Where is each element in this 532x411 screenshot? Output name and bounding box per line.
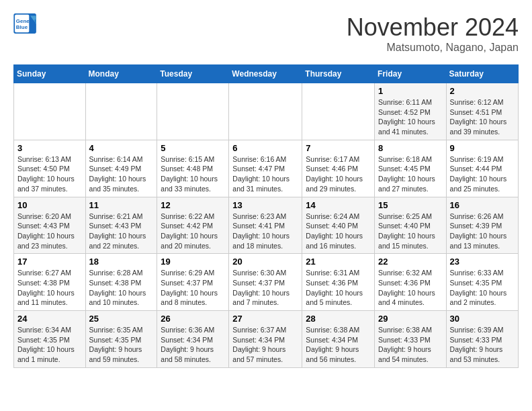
day-info: Sunrise: 6:17 AM Sunset: 4:46 PM Dayligh… xyxy=(306,154,371,194)
calendar-cell: 14Sunrise: 6:24 AM Sunset: 4:40 PM Dayli… xyxy=(302,197,375,254)
calendar-cell: 8Sunrise: 6:18 AM Sunset: 4:45 PM Daylig… xyxy=(375,140,447,197)
day-number: 6 xyxy=(232,143,298,153)
day-info: Sunrise: 6:36 AM Sunset: 4:34 PM Dayligh… xyxy=(161,325,225,365)
day-info: Sunrise: 6:23 AM Sunset: 4:41 PM Dayligh… xyxy=(232,212,298,251)
day-info: Sunrise: 6:39 AM Sunset: 4:33 PM Dayligh… xyxy=(450,325,515,365)
day-number: 12 xyxy=(161,200,225,210)
day-number: 8 xyxy=(378,143,443,153)
day-info: Sunrise: 6:38 AM Sunset: 4:34 PM Dayligh… xyxy=(306,325,371,365)
calendar-cell: 3Sunrise: 6:13 AM Sunset: 4:50 PM Daylig… xyxy=(14,140,86,197)
weekday-header-tuesday: Tuesday xyxy=(157,65,229,83)
week-row-2: 3Sunrise: 6:13 AM Sunset: 4:50 PM Daylig… xyxy=(14,140,519,197)
day-number: 9 xyxy=(450,143,515,153)
calendar-cell: 7Sunrise: 6:17 AM Sunset: 4:46 PM Daylig… xyxy=(302,140,375,197)
week-row-3: 10Sunrise: 6:20 AM Sunset: 4:43 PM Dayli… xyxy=(14,197,519,254)
day-info: Sunrise: 6:13 AM Sunset: 4:50 PM Dayligh… xyxy=(17,154,82,194)
day-info: Sunrise: 6:38 AM Sunset: 4:33 PM Dayligh… xyxy=(378,325,443,365)
day-number: 26 xyxy=(161,314,225,324)
calendar-cell: 17Sunrise: 6:27 AM Sunset: 4:38 PM Dayli… xyxy=(14,254,86,311)
day-info: Sunrise: 6:14 AM Sunset: 4:49 PM Dayligh… xyxy=(89,154,154,194)
day-info: Sunrise: 6:33 AM Sunset: 4:35 PM Dayligh… xyxy=(450,268,515,308)
day-number: 13 xyxy=(232,200,298,210)
header: General Blue November 2024 Matsumoto, Na… xyxy=(13,13,519,54)
calendar-cell: 16Sunrise: 6:26 AM Sunset: 4:39 PM Dayli… xyxy=(446,197,518,254)
day-info: Sunrise: 6:35 AM Sunset: 4:35 PM Dayligh… xyxy=(89,325,154,365)
calendar-cell xyxy=(85,83,157,140)
day-info: Sunrise: 6:30 AM Sunset: 4:37 PM Dayligh… xyxy=(232,268,298,308)
calendar-cell: 19Sunrise: 6:29 AM Sunset: 4:37 PM Dayli… xyxy=(157,254,229,311)
calendar-cell: 22Sunrise: 6:32 AM Sunset: 4:36 PM Dayli… xyxy=(375,254,447,311)
calendar-cell: 21Sunrise: 6:31 AM Sunset: 4:36 PM Dayli… xyxy=(302,254,375,311)
calendar-cell: 20Sunrise: 6:30 AM Sunset: 4:37 PM Dayli… xyxy=(229,254,302,311)
day-info: Sunrise: 6:15 AM Sunset: 4:48 PM Dayligh… xyxy=(161,154,225,194)
calendar-cell: 25Sunrise: 6:35 AM Sunset: 4:35 PM Dayli… xyxy=(85,311,157,368)
day-number: 20 xyxy=(232,257,298,267)
day-info: Sunrise: 6:12 AM Sunset: 4:51 PM Dayligh… xyxy=(450,97,515,137)
calendar-cell xyxy=(14,83,86,140)
day-number: 25 xyxy=(89,314,154,324)
day-number: 5 xyxy=(161,143,225,153)
svg-text:Blue: Blue xyxy=(16,24,28,30)
calendar-cell: 29Sunrise: 6:38 AM Sunset: 4:33 PM Dayli… xyxy=(375,311,447,368)
day-info: Sunrise: 6:31 AM Sunset: 4:36 PM Dayligh… xyxy=(306,268,371,308)
calendar-cell: 24Sunrise: 6:34 AM Sunset: 4:35 PM Dayli… xyxy=(14,311,86,368)
day-info: Sunrise: 6:21 AM Sunset: 4:43 PM Dayligh… xyxy=(89,212,154,251)
day-info: Sunrise: 6:25 AM Sunset: 4:40 PM Dayligh… xyxy=(378,212,443,251)
day-number: 24 xyxy=(17,314,82,324)
day-info: Sunrise: 6:24 AM Sunset: 4:40 PM Dayligh… xyxy=(306,212,371,251)
day-number: 19 xyxy=(161,257,225,267)
day-info: Sunrise: 6:19 AM Sunset: 4:44 PM Dayligh… xyxy=(450,154,515,194)
day-number: 21 xyxy=(306,257,371,267)
calendar-cell: 23Sunrise: 6:33 AM Sunset: 4:35 PM Dayli… xyxy=(446,254,518,311)
weekday-header-monday: Monday xyxy=(85,65,157,83)
day-number: 17 xyxy=(17,257,82,267)
weekday-header-row: SundayMondayTuesdayWednesdayThursdayFrid… xyxy=(14,65,519,83)
day-info: Sunrise: 6:27 AM Sunset: 4:38 PM Dayligh… xyxy=(17,268,82,308)
calendar-cell: 30Sunrise: 6:39 AM Sunset: 4:33 PM Dayli… xyxy=(446,311,518,368)
week-row-5: 24Sunrise: 6:34 AM Sunset: 4:35 PM Dayli… xyxy=(14,311,519,368)
day-number: 27 xyxy=(232,314,298,324)
day-number: 23 xyxy=(450,257,515,267)
calendar-cell: 28Sunrise: 6:38 AM Sunset: 4:34 PM Dayli… xyxy=(302,311,375,368)
week-row-4: 17Sunrise: 6:27 AM Sunset: 4:38 PM Dayli… xyxy=(14,254,519,311)
calendar-cell xyxy=(157,83,229,140)
calendar-cell: 15Sunrise: 6:25 AM Sunset: 4:40 PM Dayli… xyxy=(375,197,447,254)
day-number: 7 xyxy=(306,143,371,153)
logo: General Blue xyxy=(13,13,38,34)
calendar-cell: 1Sunrise: 6:11 AM Sunset: 4:52 PM Daylig… xyxy=(375,83,447,140)
day-number: 10 xyxy=(17,200,82,210)
month-title: November 2024 xyxy=(347,13,519,42)
day-number: 15 xyxy=(378,200,443,210)
day-number: 22 xyxy=(378,257,443,267)
day-number: 28 xyxy=(306,314,371,324)
day-info: Sunrise: 6:18 AM Sunset: 4:45 PM Dayligh… xyxy=(378,154,443,194)
calendar-cell xyxy=(302,83,375,140)
day-info: Sunrise: 6:16 AM Sunset: 4:47 PM Dayligh… xyxy=(232,154,298,194)
calendar-cell: 11Sunrise: 6:21 AM Sunset: 4:43 PM Dayli… xyxy=(85,197,157,254)
day-info: Sunrise: 6:37 AM Sunset: 4:34 PM Dayligh… xyxy=(232,325,298,365)
day-info: Sunrise: 6:26 AM Sunset: 4:39 PM Dayligh… xyxy=(450,212,515,251)
calendar-cell: 12Sunrise: 6:22 AM Sunset: 4:42 PM Dayli… xyxy=(157,197,229,254)
day-info: Sunrise: 6:11 AM Sunset: 4:52 PM Dayligh… xyxy=(378,97,443,137)
day-info: Sunrise: 6:20 AM Sunset: 4:43 PM Dayligh… xyxy=(17,212,82,251)
day-info: Sunrise: 6:32 AM Sunset: 4:36 PM Dayligh… xyxy=(378,268,443,308)
day-number: 18 xyxy=(89,257,154,267)
weekday-header-sunday: Sunday xyxy=(14,65,86,83)
weekday-header-thursday: Thursday xyxy=(302,65,375,83)
weekday-header-saturday: Saturday xyxy=(446,65,518,83)
day-number: 14 xyxy=(306,200,371,210)
day-number: 1 xyxy=(378,86,443,96)
day-info: Sunrise: 6:22 AM Sunset: 4:42 PM Dayligh… xyxy=(161,212,225,251)
day-number: 2 xyxy=(450,86,515,96)
calendar-cell xyxy=(229,83,302,140)
calendar-cell: 9Sunrise: 6:19 AM Sunset: 4:44 PM Daylig… xyxy=(446,140,518,197)
day-number: 4 xyxy=(89,143,154,153)
calendar-cell: 2Sunrise: 6:12 AM Sunset: 4:51 PM Daylig… xyxy=(446,83,518,140)
day-number: 11 xyxy=(89,200,154,210)
day-info: Sunrise: 6:28 AM Sunset: 4:38 PM Dayligh… xyxy=(89,268,154,308)
weekday-header-friday: Friday xyxy=(375,65,447,83)
calendar-cell: 4Sunrise: 6:14 AM Sunset: 4:49 PM Daylig… xyxy=(85,140,157,197)
logo-icon: General Blue xyxy=(13,13,38,34)
calendar-cell: 26Sunrise: 6:36 AM Sunset: 4:34 PM Dayli… xyxy=(157,311,229,368)
day-number: 29 xyxy=(378,314,443,324)
